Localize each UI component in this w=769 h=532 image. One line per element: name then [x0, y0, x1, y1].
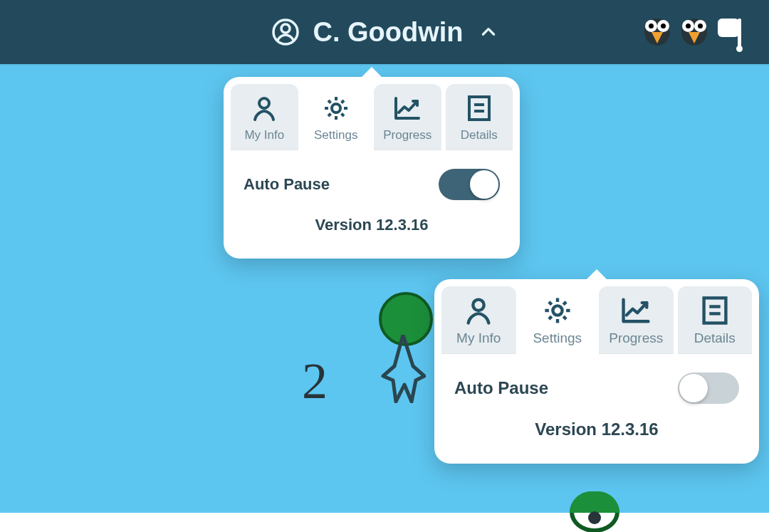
auto-pause-row: Auto Pause	[454, 372, 739, 404]
tab-progress[interactable]: Progress	[599, 286, 674, 354]
penguin-icon[interactable]	[642, 16, 672, 48]
tab-label: My Info	[456, 330, 501, 346]
popover-tabs: My Info Settings Progress Details	[224, 77, 520, 150]
flag-icon[interactable]	[716, 16, 748, 48]
tab-label: Settings	[314, 128, 357, 142]
tab-details[interactable]: Details	[678, 286, 753, 354]
svg-point-8	[553, 306, 562, 315]
background-creature	[363, 292, 441, 413]
progress-icon	[619, 295, 653, 326]
svg-point-2	[259, 98, 269, 108]
tab-my-info[interactable]: My Info	[441, 286, 516, 354]
user-menu-popover-off: My Info Settings Progress Details	[434, 279, 759, 464]
popover-tabs: My Info Settings Progress Details	[434, 279, 759, 354]
tab-label: Details	[694, 330, 736, 346]
progress-icon	[392, 93, 423, 124]
person-icon	[463, 295, 494, 326]
version-label: Version 12.3.16	[454, 404, 739, 457]
user-name: C. Goodwin	[313, 17, 463, 48]
auto-pause-toggle[interactable]	[678, 372, 739, 404]
user-menu-popover-on: My Info Settings Progress Details	[224, 77, 520, 259]
header-right-controls	[642, 0, 748, 64]
auto-pause-label: Auto Pause	[244, 175, 330, 194]
details-icon	[701, 295, 729, 326]
tab-label: Details	[461, 128, 498, 142]
tab-label: My Info	[244, 128, 284, 142]
tab-details[interactable]: Details	[446, 84, 513, 150]
tab-settings[interactable]: Settings	[520, 286, 595, 354]
details-icon	[466, 93, 492, 124]
auto-pause-label: Auto Pause	[454, 378, 548, 398]
background-number: 2	[302, 352, 328, 411]
tab-settings[interactable]: Settings	[303, 84, 370, 150]
svg-point-7	[474, 300, 484, 311]
svg-rect-4	[469, 97, 489, 120]
background-eyeball	[570, 491, 619, 532]
tab-my-info[interactable]: My Info	[231, 84, 298, 150]
tab-label: Settings	[533, 330, 582, 346]
svg-point-3	[332, 104, 340, 113]
user-menu-trigger[interactable]: C. Goodwin	[271, 17, 497, 48]
gear-icon	[542, 295, 573, 326]
gear-icon	[322, 93, 350, 124]
auto-pause-row: Auto Pause	[244, 169, 500, 200]
svg-rect-9	[703, 298, 726, 323]
person-icon	[250, 93, 278, 124]
popover-caret	[587, 269, 607, 279]
app-header: C. Goodwin	[0, 0, 769, 64]
version-label: Version 12.3.16	[244, 200, 500, 251]
auto-pause-toggle[interactable]	[439, 169, 500, 200]
tab-label: Progress	[609, 330, 663, 346]
tab-progress[interactable]: Progress	[374, 84, 441, 150]
popover-caret	[362, 67, 382, 77]
penguin-icon[interactable]	[679, 16, 709, 48]
svg-point-1	[281, 24, 290, 33]
chevron-up-icon	[479, 23, 498, 41]
avatar-icon	[271, 18, 300, 46]
tab-label: Progress	[383, 128, 431, 142]
